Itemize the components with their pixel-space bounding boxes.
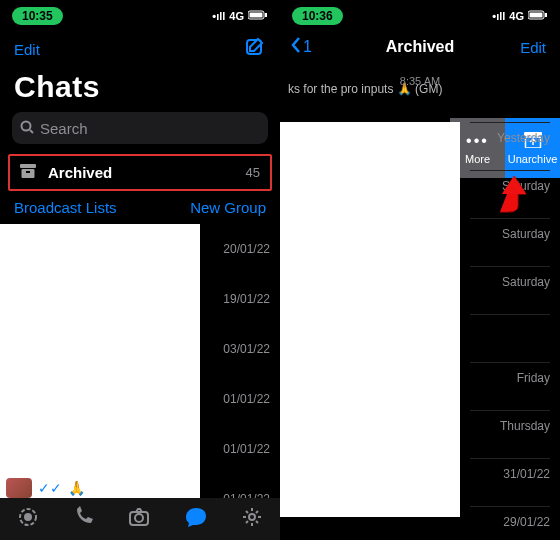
page-title: Archived [280, 38, 560, 56]
status-tab-icon[interactable] [17, 506, 39, 532]
chat-dates: 20/01/22 19/01/22 03/01/22 01/01/22 01/0… [200, 224, 270, 524]
chat-date: Saturday [470, 170, 550, 218]
search-input[interactable]: Search [12, 112, 268, 144]
broadcast-link[interactable]: Broadcast Lists [14, 199, 117, 216]
search-placeholder: Search [40, 120, 88, 137]
svg-rect-1 [250, 13, 263, 18]
back-count: 1 [303, 38, 312, 56]
signal-icon: •ıll [492, 10, 505, 22]
page-title: Chats [0, 66, 280, 112]
left-screenshot: 10:35 •ıll 4G Edit Chats Search [0, 0, 280, 540]
chat-date: 01/01/22 [200, 424, 270, 474]
svg-rect-7 [26, 171, 30, 173]
compose-icon[interactable] [244, 36, 266, 62]
chat-dates: Yesterday Saturday Saturday Saturday Fri… [470, 122, 550, 540]
chat-date: Friday [470, 362, 550, 410]
svg-rect-14 [530, 13, 543, 18]
header: Edit [0, 28, 280, 66]
right-screenshot: 10:36 •ıll 4G 1 Archived Edit 8:35 AM ks… [280, 0, 560, 540]
archived-label: Archived [48, 164, 112, 181]
svg-rect-2 [265, 13, 267, 17]
archive-icon [20, 164, 36, 181]
chevron-left-icon [290, 36, 301, 58]
svg-rect-15 [545, 13, 547, 17]
chat-row-swiped[interactable]: 8:35 AM ks for the pro inputs 🙏 (GM) [280, 62, 560, 102]
search-icon [20, 120, 40, 137]
tab-bar [0, 498, 280, 540]
chat-preview[interactable]: ✓✓ 🙏 [6, 478, 85, 498]
calls-tab-icon[interactable] [72, 506, 94, 532]
edit-button[interactable]: Edit [520, 39, 546, 56]
archived-list[interactable]: 8:35 AM ks for the pro inputs 🙏 (GM) •••… [280, 62, 560, 482]
chat-date: 19/01/22 [200, 274, 270, 324]
network-label: 4G [229, 10, 244, 22]
chat-date: Yesterday [470, 122, 550, 170]
back-button[interactable]: 1 [290, 36, 312, 58]
message-time: 8:35 AM [280, 75, 560, 87]
read-icon: ✓✓ [38, 480, 62, 496]
chat-date: 03/01/22 [200, 324, 270, 374]
archived-row[interactable]: Archived 45 [8, 154, 272, 191]
chat-date [470, 314, 550, 362]
svg-point-9 [25, 514, 31, 520]
chat-date: 20/01/22 [200, 224, 270, 274]
avatar [6, 478, 32, 498]
svg-point-4 [22, 121, 31, 130]
svg-rect-5 [20, 164, 36, 168]
redacted-area [280, 122, 460, 517]
status-bar: 10:36 •ıll 4G [280, 0, 560, 28]
battery-icon [248, 10, 268, 22]
svg-rect-6 [22, 169, 35, 178]
header: 1 Archived Edit [280, 28, 560, 62]
links-row: Broadcast Lists New Group [0, 191, 280, 222]
chat-date: 01/01/22 [200, 374, 270, 424]
time-pill: 10:35 [12, 7, 63, 25]
status-bar: 10:35 •ıll 4G [0, 0, 280, 28]
edit-button[interactable]: Edit [14, 41, 40, 58]
chats-tab-icon[interactable] [184, 506, 208, 532]
chat-date: Saturday [470, 218, 550, 266]
chat-date: Thursday [470, 410, 550, 458]
settings-tab-icon[interactable] [241, 506, 263, 532]
signal-icon: •ıll [212, 10, 225, 22]
chat-date: 31/01/22 [470, 458, 550, 506]
battery-icon [528, 10, 548, 22]
chat-date: Saturday [470, 266, 550, 314]
camera-tab-icon[interactable] [128, 506, 150, 532]
svg-point-11 [135, 514, 143, 522]
time-pill: 10:36 [292, 7, 343, 25]
preview-text: 🙏 [68, 480, 85, 496]
svg-point-12 [249, 514, 255, 520]
new-group-link[interactable]: New Group [190, 199, 266, 216]
network-label: 4G [509, 10, 524, 22]
chat-date: 29/01/22 [470, 506, 550, 540]
archived-count: 45 [246, 165, 260, 180]
